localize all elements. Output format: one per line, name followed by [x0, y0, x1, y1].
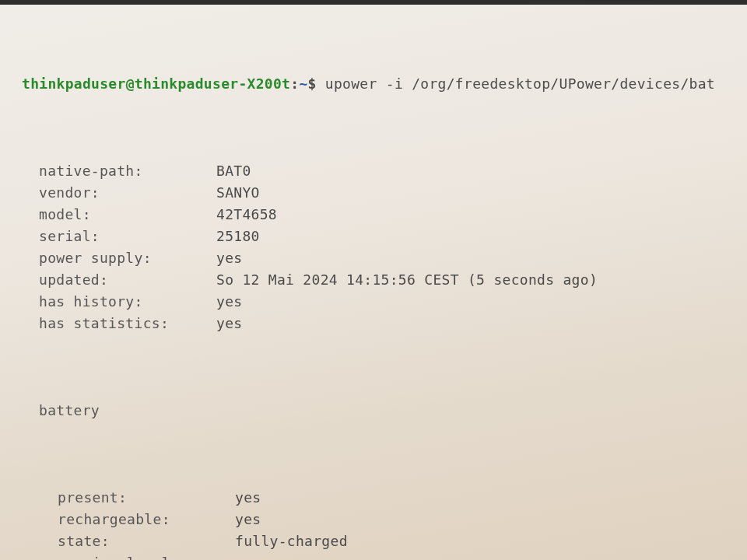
output-key: has statistics: — [0, 313, 216, 334]
output-value: yes — [216, 291, 747, 313]
prompt-command: upower -i /org/freedesktop/UPower/device… — [317, 75, 715, 92]
output-value: 25180 — [216, 226, 747, 247]
battery-value: none — [235, 552, 747, 560]
output-value: 42T4658 — [216, 204, 747, 226]
output-key: model: — [0, 204, 216, 226]
battery-value: yes — [235, 487, 747, 509]
battery-value: yes — [235, 509, 747, 530]
output-row: model:42T4658 — [0, 204, 747, 226]
prompt-colon: : — [290, 75, 299, 92]
battery-row: rechargeable:yes — [0, 509, 747, 530]
prompt-dollar: $ — [308, 75, 317, 92]
battery-value: fully-charged — [235, 530, 747, 552]
output-row: serial:25180 — [0, 226, 747, 247]
output-value: SANYO — [216, 182, 747, 204]
output-key: updated: — [0, 269, 216, 291]
output-row: has history:yes — [0, 291, 747, 313]
battery-key: state: — [0, 530, 235, 552]
output-value: yes — [216, 247, 747, 269]
battery-row: present:yes — [0, 487, 747, 509]
output-key: native-path: — [0, 160, 216, 182]
terminal-output[interactable]: thinkpaduser@thinkpaduser-X200t:~$ upowe… — [0, 5, 747, 560]
output-row: vendor:SANYO — [0, 182, 747, 204]
battery-section-header: battery — [0, 400, 747, 422]
shell-prompt-line: thinkpaduser@thinkpaduser-X200t:~$ upowe… — [0, 73, 747, 95]
prompt-user-host: thinkpaduser@thinkpaduser-X200t — [22, 75, 290, 92]
output-key: has history: — [0, 291, 216, 313]
output-value: BAT0 — [216, 160, 747, 182]
battery-key: warning-level: — [0, 552, 235, 560]
output-key: vendor: — [0, 182, 216, 204]
battery-row: state:fully-charged — [0, 530, 747, 552]
output-value: yes — [216, 313, 747, 334]
battery-row: warning-level:none — [0, 552, 747, 560]
output-row: native-path:BAT0 — [0, 160, 747, 182]
output-key: power supply: — [0, 247, 216, 269]
output-row: power supply:yes — [0, 247, 747, 269]
output-value: So 12 Mai 2024 14:15:56 CEST (5 seconds … — [216, 269, 747, 291]
prompt-path: ~ — [299, 75, 307, 92]
output-row: updated:So 12 Mai 2024 14:15:56 CEST (5 … — [0, 269, 747, 291]
output-key: serial: — [0, 226, 216, 247]
battery-key: rechargeable: — [0, 509, 235, 530]
output-row: has statistics:yes — [0, 313, 747, 334]
battery-key: present: — [0, 487, 235, 509]
